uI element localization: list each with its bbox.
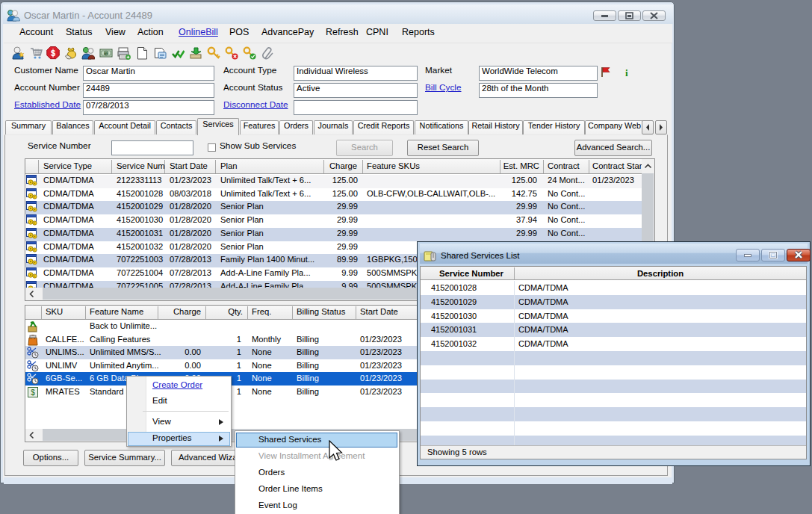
- svg-text:e: e: [105, 50, 108, 57]
- svg-text:$: $: [31, 388, 35, 397]
